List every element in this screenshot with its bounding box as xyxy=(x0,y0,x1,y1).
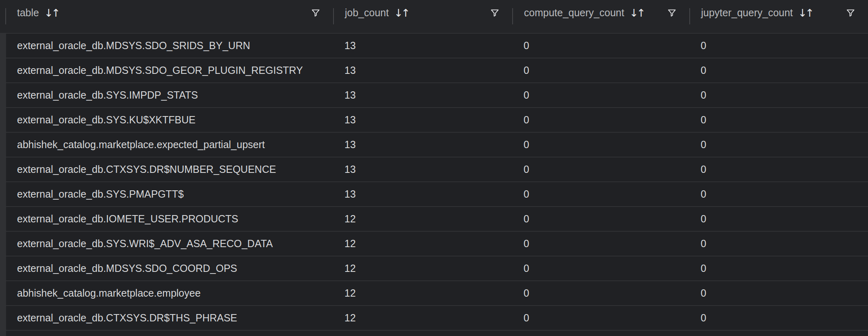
filter-funnel-icon[interactable] xyxy=(667,8,677,18)
table-row[interactable]: external_oracle_db.MDSYS.SDO_SRIDS_BY_UR… xyxy=(6,34,868,58)
table-row-partial xyxy=(6,331,868,336)
cell-compute-query-count: 0 xyxy=(512,133,689,157)
table-row[interactable]: external_oracle_db.CTXSYS.DR$THS_PHRASE … xyxy=(6,306,868,330)
cell-jupyter-query-count: 0 xyxy=(689,83,868,107)
cell-job-count: 13 xyxy=(333,157,512,181)
cell-jupyter-query-count: 0 xyxy=(689,232,868,256)
cell-table-name: external_oracle_db.CTXSYS.DR$NUMBER_SEQU… xyxy=(6,157,333,181)
cell-jupyter-query-count: 0 xyxy=(689,157,868,181)
table-body: external_oracle_db.MDSYS.SDO_SRIDS_BY_UR… xyxy=(0,33,868,336)
cell-jupyter-query-count: 0 xyxy=(689,34,868,58)
cell-jupyter-query-count: 0 xyxy=(689,306,868,330)
cell-jupyter-query-count: 0 xyxy=(689,281,868,305)
cell-table-name: external_oracle_db.SYS.PMAPGTT$ xyxy=(6,182,333,206)
table-row[interactable]: external_oracle_db.SYS.WRI$_ADV_ASA_RECO… xyxy=(6,232,868,256)
table-row[interactable]: external_oracle_db.SYS.IMPDP_STATS 13 0 … xyxy=(6,83,868,107)
column-label: job_count xyxy=(345,7,389,19)
cell-compute-query-count: 0 xyxy=(512,108,689,132)
cell-job-count: 12 xyxy=(333,256,512,280)
table-row[interactable]: abhishek_catalog.marketplace.employee 12… xyxy=(6,281,868,305)
cell-jupyter-query-count: 0 xyxy=(689,182,868,206)
filter-funnel-icon[interactable] xyxy=(490,8,500,18)
cell-job-count: 13 xyxy=(333,58,512,82)
cell-jupyter-query-count: 0 xyxy=(689,207,868,231)
cell-job-count: 13 xyxy=(333,133,512,157)
cell-compute-query-count: 0 xyxy=(512,207,689,231)
cell-compute-query-count: 0 xyxy=(512,256,689,280)
table-row[interactable]: external_oracle_db.SYS.KU$XKTFBUE 13 0 0 xyxy=(6,108,868,132)
cell-table-name: external_oracle_db.MDSYS.SDO_SRIDS_BY_UR… xyxy=(6,34,333,58)
cell-jupyter-query-count: 0 xyxy=(689,58,868,82)
cell-compute-query-count: 0 xyxy=(512,306,689,330)
cell-compute-query-count: 0 xyxy=(512,58,689,82)
column-label: jupyter_query_count xyxy=(701,7,793,19)
sort-arrows-icon[interactable]: ↓↑ xyxy=(44,7,59,19)
cell-job-count: 12 xyxy=(333,207,512,231)
cell-compute-query-count: 0 xyxy=(512,232,689,256)
column-header-job-count[interactable]: job_count ↓↑ xyxy=(333,0,512,33)
column-header-compute-query-count[interactable]: compute_query_count ↓↑ xyxy=(512,0,689,33)
sort-arrows-icon[interactable]: ↓↑ xyxy=(798,7,813,19)
table-row[interactable]: external_oracle_db.IOMETE_USER.PRODUCTS … xyxy=(6,207,868,231)
column-label: table xyxy=(17,7,39,19)
query-usage-table: table ↓↑ job_count ↓↑ compute_query_coun… xyxy=(0,0,868,336)
cell-table-name: external_oracle_db.MDSYS.SDO_COORD_OPS xyxy=(6,256,333,280)
cell-job-count: 13 xyxy=(333,83,512,107)
cell-table-name: external_oracle_db.CTXSYS.DR$THS_PHRASE xyxy=(6,306,333,330)
table-row[interactable]: external_oracle_db.MDSYS.SDO_COORD_OPS 1… xyxy=(6,256,868,280)
column-label: compute_query_count xyxy=(524,7,624,19)
cell-table-name: abhishek_catalog.marketplace.expected_pa… xyxy=(6,133,333,157)
table-row[interactable]: external_oracle_db.CTXSYS.DR$NUMBER_SEQU… xyxy=(6,157,868,181)
filter-funnel-icon[interactable] xyxy=(845,8,856,18)
cell-compute-query-count: 0 xyxy=(512,34,689,58)
table-row[interactable]: external_oracle_db.SYS.PMAPGTT$ 13 0 0 xyxy=(6,182,868,206)
table-row[interactable]: external_oracle_db.MDSYS.SDO_GEOR_PLUGIN… xyxy=(6,58,868,82)
cell-jupyter-query-count: 0 xyxy=(689,108,868,132)
cell-jupyter-query-count: 0 xyxy=(689,256,868,280)
filter-funnel-icon[interactable] xyxy=(310,8,321,18)
cell-table-name: external_oracle_db.SYS.WRI$_ADV_ASA_RECO… xyxy=(6,232,333,256)
table-row[interactable]: abhishek_catalog.marketplace.expected_pa… xyxy=(6,133,868,157)
table-header-row: table ↓↑ job_count ↓↑ compute_query_coun… xyxy=(0,0,868,33)
cell-jupyter-query-count: 0 xyxy=(689,133,868,157)
cell-table-name: external_oracle_db.SYS.IMPDP_STATS xyxy=(6,83,333,107)
cell-job-count: 13 xyxy=(333,34,512,58)
cell-compute-query-count: 0 xyxy=(512,281,689,305)
sort-arrows-icon[interactable]: ↓↑ xyxy=(629,7,644,19)
cell-compute-query-count: 0 xyxy=(512,83,689,107)
column-header-table[interactable]: table ↓↑ xyxy=(5,0,333,33)
cell-compute-query-count: 0 xyxy=(512,157,689,181)
column-header-jupyter-query-count[interactable]: jupyter_query_count ↓↑ xyxy=(689,0,868,33)
cell-table-name: external_oracle_db.IOMETE_USER.PRODUCTS xyxy=(6,207,333,231)
cell-compute-query-count: 0 xyxy=(512,182,689,206)
cell-job-count: 13 xyxy=(333,108,512,132)
cell-table-name: external_oracle_db.SYS.KU$XKTFBUE xyxy=(6,108,333,132)
cell-job-count: 12 xyxy=(333,281,512,305)
cell-job-count: 13 xyxy=(333,182,512,206)
cell-job-count: 12 xyxy=(333,232,512,256)
cell-table-name: external_oracle_db.MDSYS.SDO_GEOR_PLUGIN… xyxy=(6,58,333,82)
cell-job-count: 12 xyxy=(333,306,512,330)
sort-arrows-icon[interactable]: ↓↑ xyxy=(394,7,408,19)
cell-table-name: abhishek_catalog.marketplace.employee xyxy=(6,281,333,305)
